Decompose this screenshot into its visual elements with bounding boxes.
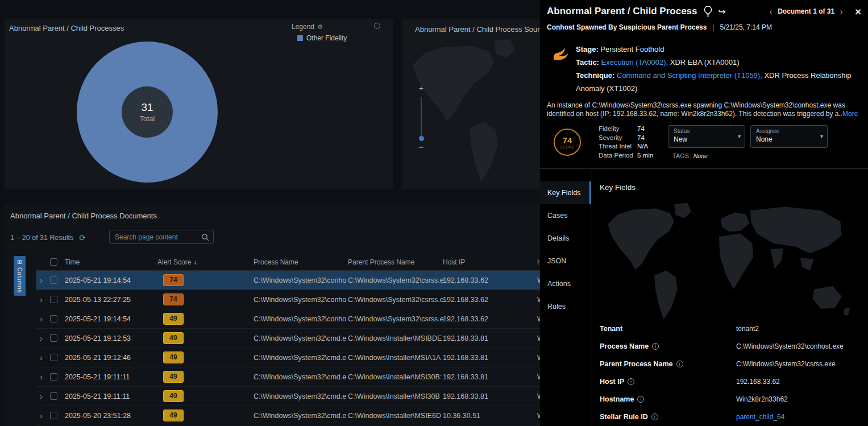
cell-time: 2025-05-21 19:11:11: [65, 373, 157, 381]
cell-process-name: C:\Windows\System32\cmd.e: [254, 334, 348, 342]
cell-process-name: C:\Windows\System32\conho: [254, 296, 348, 304]
tactic-link[interactable]: Execution (TA0002),: [601, 58, 668, 67]
row-checkbox[interactable]: [50, 392, 57, 400]
col-header-host-ip[interactable]: Host IP: [443, 258, 537, 266]
share-icon[interactable]: ↪: [719, 6, 726, 17]
zoom-slider[interactable]: [421, 97, 422, 139]
donut-center-label: 31 Total: [76, 41, 218, 183]
col-header-time[interactable]: Time: [65, 258, 157, 266]
cell-host-ip: 10.36.30.51: [443, 412, 537, 420]
tab-key-fields[interactable]: Key Fields: [540, 181, 591, 204]
donut-total-value: 31: [141, 101, 153, 114]
tab-details[interactable]: Details: [540, 227, 591, 250]
alert-score-badge: 74: [163, 293, 184, 305]
search-box[interactable]: [109, 230, 214, 244]
alert-score-badge: 49: [163, 371, 184, 383]
tactic-line: Tactic: Execution (TA0002), XDR EBA (XTA…: [576, 56, 860, 69]
tab-actions[interactable]: Actions: [540, 272, 591, 295]
legend-item-label: Other Fidelity: [306, 34, 347, 42]
stage-info: Stage: Persistent Foothold Tactic: Execu…: [576, 43, 860, 95]
tab-rules[interactable]: Rules: [540, 295, 591, 318]
info-icon[interactable]: i: [651, 413, 658, 420]
lightbulb-icon[interactable]: [704, 6, 712, 17]
tab-cases[interactable]: Cases: [540, 204, 591, 227]
legend-title: Legend: [292, 23, 314, 31]
cell-host-ip: 192.168.33.81: [443, 373, 537, 381]
legend-item[interactable]: Other Fidelity: [297, 34, 347, 42]
donut-chart[interactable]: 31 Total: [76, 41, 218, 183]
alert-score-badge: 49: [163, 351, 184, 363]
world-map: [591, 200, 868, 323]
col-header-parent-process-name[interactable]: Parent Process Name: [348, 258, 443, 266]
stellar-rule-id-link[interactable]: parent_child_64: [736, 413, 862, 421]
col-header-alert-score[interactable]: Alert Score↓: [157, 258, 254, 266]
technique-link[interactable]: Command and Scripting Interpreter (T1059…: [617, 71, 762, 80]
cell-parent-process-name: C:\Windows\Installer\MSIA1A: [348, 354, 443, 362]
donut-panel-title: Abnormal Parent / Child Processes: [9, 24, 124, 32]
detail-title: Abnormal Parent / Child Process: [547, 6, 697, 17]
row-expand-icon[interactable]: ›: [36, 295, 50, 304]
info-icon[interactable]: i: [628, 378, 634, 385]
search-input[interactable]: [114, 233, 201, 242]
field-tenant: Tenant tenant2: [600, 320, 862, 337]
row-expand-icon[interactable]: ›: [36, 334, 50, 342]
field-parent-process-name: Parent Process Namei C:\Windows\System32…: [600, 355, 862, 373]
assignee-dropdown[interactable]: Assignee None ▾: [750, 125, 828, 148]
row-checkbox[interactable]: [50, 412, 57, 419]
select-all-checkbox[interactable]: [50, 258, 57, 266]
cell-parent-process-name: C:\Windows\Installer\MSIBDE: [348, 334, 443, 342]
zoom-out-button[interactable]: −: [416, 142, 426, 152]
row-checkbox[interactable]: [50, 276, 57, 284]
cell-host-ip: 192.168.33.62: [443, 296, 537, 304]
alert-subtitle: Conhost Spawned By Suspicious Parent Pro…: [547, 23, 707, 31]
cell-time: 2025-05-21 19:14:54: [65, 315, 157, 323]
next-document-icon[interactable]: ›: [840, 7, 843, 16]
columns-button-label: Columns: [16, 267, 23, 293]
info-icon[interactable]: i: [652, 343, 659, 350]
legend-swatch: [297, 35, 303, 41]
search-icon[interactable]: [201, 233, 209, 241]
cell-host-ip: 192.168.33.62: [443, 315, 537, 323]
document-counter: Document 1 of 31: [778, 7, 834, 15]
refresh-icon[interactable]: ⟳: [79, 233, 86, 242]
cell-process-name: C:\Windows\System32\cmd.e: [254, 392, 348, 400]
columns-button[interactable]: ⊞ Columns: [14, 256, 26, 296]
cell-parent-process-name: C:\Windows\Installer\MSIE6D: [348, 412, 443, 420]
cell-process-name: C:\Windows\System32\cmd.e: [254, 412, 348, 420]
prev-document-icon[interactable]: ‹: [770, 7, 773, 16]
zoom-in-button[interactable]: +: [416, 83, 426, 93]
cell-host-ip: 192.168.33.62: [443, 276, 537, 284]
more-link[interactable]: More: [842, 110, 858, 118]
field-hostname: Hostnamei Win2k8r2n33h62: [600, 390, 862, 408]
score-badge: 74 SCORE: [554, 129, 581, 156]
donut-total-label: Total: [140, 115, 155, 123]
cell-host-ip: 192.168.33.81: [443, 334, 537, 342]
alert-timestamp: 5/21/25, 7:14 PM: [720, 23, 772, 31]
row-checkbox[interactable]: [50, 296, 57, 303]
info-icon[interactable]: i: [637, 396, 644, 403]
row-expand-icon[interactable]: ›: [36, 392, 50, 400]
zoom-slider-handle[interactable]: [419, 136, 424, 141]
close-icon[interactable]: ×: [855, 6, 861, 17]
row-expand-icon[interactable]: ›: [36, 373, 50, 381]
row-expand-icon[interactable]: ›: [36, 353, 50, 362]
table-columns-icon: ⊞: [16, 259, 23, 264]
documents-panel-title: Abnormal Parent / Child Process Document…: [10, 212, 157, 220]
col-header-process-name[interactable]: Process Name: [254, 258, 348, 266]
row-checkbox[interactable]: [50, 373, 57, 380]
row-checkbox[interactable]: [50, 315, 57, 322]
row-checkbox[interactable]: [50, 354, 57, 361]
info-icon[interactable]: i: [676, 361, 683, 367]
gear-icon[interactable]: ⚙: [317, 23, 323, 31]
status-dropdown[interactable]: Status New ▾: [668, 125, 745, 148]
tab-json[interactable]: JSON: [540, 250, 591, 272]
key-fields-map: [591, 200, 868, 323]
cell-process-name: C:\Windows\System32\conho: [254, 315, 348, 323]
cell-time: 2025-05-20 23:51:28: [65, 412, 157, 420]
alert-description: An instance of C:\Windows\System32\csrss…: [547, 101, 862, 118]
row-expand-icon[interactable]: ›: [36, 315, 50, 323]
row-checkbox[interactable]: [50, 334, 57, 342]
circle-icon[interactable]: [374, 23, 380, 29]
row-expand-icon[interactable]: ›: [36, 411, 50, 420]
row-expand-icon[interactable]: ›: [36, 276, 50, 284]
